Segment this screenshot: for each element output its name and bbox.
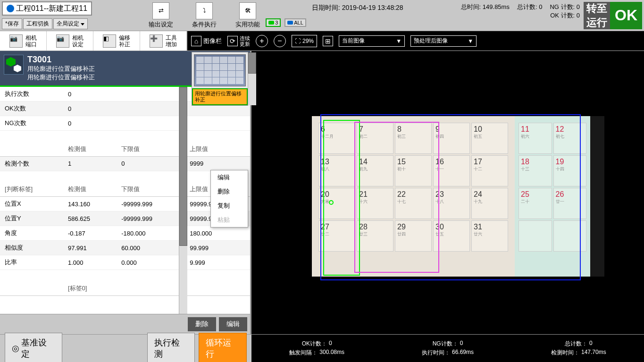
zoom-in-button[interactable]: + <box>256 35 268 47</box>
camera-port-icon: 📷 <box>9 34 23 48</box>
scrollbar-vertical[interactable] <box>179 87 187 314</box>
thumb-scrollbar[interactable] <box>248 52 256 105</box>
output-settings-button[interactable]: ⇄ 输出设定 <box>149 2 173 29</box>
gear-icon <box>7 5 14 12</box>
bottom-bar: ◎ 基准设定 执行检测 循环运行 OK计数：0 触发间隔：300.08ms NG… <box>0 334 644 362</box>
context-menu: 编辑 删除 复制 粘贴 <box>210 170 248 227</box>
table-row: NG次数0 <box>0 116 250 131</box>
zoom-out-button[interactable]: − <box>274 35 286 47</box>
offset-icon: ◧ <box>103 34 116 48</box>
ctx-delete[interactable]: 删除 <box>211 185 248 199</box>
status-badge-all[interactable]: ALL <box>284 18 306 27</box>
led-blue-icon <box>287 21 293 25</box>
tool-add-button[interactable]: ➕ 工具增加 <box>140 31 187 51</box>
save-button[interactable]: *保存 <box>2 18 22 29</box>
top-bar: 工程011--新建工程11 *保存 工程切换 全局设定 ⇄ 输出设定 ⤵ 条件执… <box>0 0 644 31</box>
image-bar-button[interactable]: ⌂ 图像栏 <box>191 36 222 46</box>
delete-button[interactable]: 删除 <box>188 317 216 331</box>
preprocess-select[interactable]: 预处理后图像▼ <box>410 35 477 47</box>
utility-icon: 🛠 <box>239 2 256 19</box>
base-settings-button[interactable]: ◎ 基准设定 <box>5 333 62 362</box>
camera-settings-icon: 📷 <box>56 34 69 48</box>
switch-project-button[interactable]: 工程切换 <box>23 18 52 29</box>
output-icon: ⇄ <box>152 2 169 19</box>
camera-port-button[interactable]: 📷 相机端口 <box>0 31 47 51</box>
toolbar-2: 📷 相机端口 📷 相机设定 ◧ 偏移补正 ➕ 工具增加 ⌂ 图像栏 ⟳ 连续更新… <box>0 31 644 51</box>
ctx-copy[interactable]: 复制 <box>211 199 248 213</box>
target-icon: ◎ <box>12 343 19 354</box>
anchor-point-icon <box>329 200 334 205</box>
ok-status-button[interactable]: OK <box>610 2 642 29</box>
led-green-icon <box>268 21 274 25</box>
table-row: 比率1.0000.0009.999 <box>0 255 250 270</box>
camera-settings-button[interactable]: 📷 相机设定 <box>47 31 93 51</box>
utility-button[interactable]: 🛠 实用功能 <box>235 2 260 29</box>
fit-icon: ⛶ <box>295 38 301 44</box>
global-settings-button[interactable]: 全局设定 <box>53 18 88 29</box>
status-badge-1[interactable]: 3 <box>266 18 281 27</box>
grid-tool-button[interactable]: ⊞ <box>323 36 333 46</box>
chevron-down-icon: ▼ <box>396 38 401 44</box>
scroll-thumb[interactable] <box>179 87 187 246</box>
table-header: 检测值下限值上限值 <box>0 142 250 157</box>
chevron-down-icon <box>81 23 84 25</box>
condition-exec-button[interactable]: ⤵ 条件执行 <box>192 2 217 29</box>
table-row: 相似度97.99160.00099.999 <box>0 241 250 255</box>
zoom-fit-button[interactable]: ⛶ 29% <box>292 35 317 47</box>
ctx-edit[interactable]: 编辑 <box>211 170 248 185</box>
project-title-box[interactable]: 工程011--新建工程11 <box>2 1 92 16</box>
bottom-stats: OK计数：0 触发间隔：300.08ms NG计数：0 执行时间：66.69ms… <box>251 335 644 362</box>
tool-hex-icon <box>4 55 24 75</box>
ctx-paste: 粘贴 <box>211 213 248 227</box>
refresh-icon: ⟳ <box>227 36 238 46</box>
exec-detect-button[interactable]: 执行检测 <box>147 333 195 362</box>
captured-image: 6十二月7初二8初三9初四10初五13初八14初九15初十16十一17十二20大… <box>312 116 604 277</box>
edit-button[interactable]: 编辑 <box>219 317 247 331</box>
image-source-select[interactable]: 当前图像▼ <box>339 35 405 47</box>
tool-id: T3001 <box>27 55 219 65</box>
thumbnail-caption: 用轮廓进行位置偏移补正 <box>192 88 248 105</box>
image-view[interactable]: 6十二月7初二8初三9初四10初五13初八14初九15初十16十一17十二20大… <box>251 51 644 334</box>
switch-run-button[interactable]: 转至 运行 <box>584 2 610 29</box>
continuous-update-button[interactable]: ⟳ 连续更新 <box>227 35 250 47</box>
table-row: 检测个数109999 <box>0 156 250 171</box>
table-row: 角度-0.187-180.000180.000 <box>0 226 250 241</box>
thumbnail-image[interactable] <box>194 54 246 86</box>
top-stats: 总时间: 149.85ms 总计数: 0 NG 计数: 0 OK 计数: 0 <box>461 1 584 20</box>
chevron-down-icon: ▼ <box>468 38 473 44</box>
condition-icon: ⤵ <box>196 2 213 19</box>
main-area: T3001 用轮廓进行位置偏移补正 用轮廓进行位置偏移补正 58.97ms 执行… <box>0 51 644 334</box>
thumbnail-panel: 用轮廓进行位置偏移补正 <box>192 52 248 106</box>
loop-run-button[interactable]: 循环运行 <box>199 333 247 362</box>
panel-footer: 删除 编辑 <box>0 314 250 334</box>
image-bar-icon: ⌂ <box>191 36 201 46</box>
project-title: 工程011--新建工程11 <box>16 4 87 14</box>
tool-add-icon: ➕ <box>150 34 163 48</box>
offset-correction-button[interactable]: ◧ 偏移补正 <box>93 31 140 51</box>
datetime-display: 日期时间: 2019-04-19 13:48:28 <box>312 1 403 12</box>
